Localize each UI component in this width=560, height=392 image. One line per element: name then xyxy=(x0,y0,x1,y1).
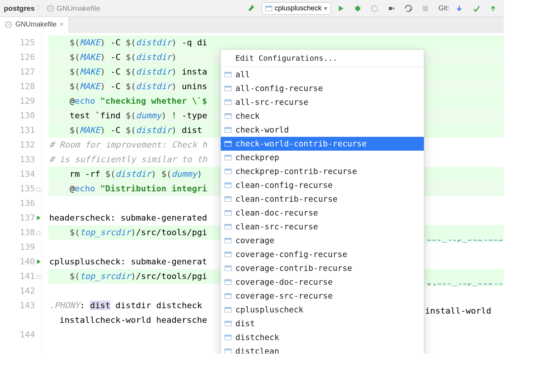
line-gutter: 1251261271281291301311321331341351361371… xyxy=(0,33,42,354)
config-item-label: dist xyxy=(235,319,255,328)
line-number: 135 xyxy=(0,181,35,196)
config-item-coverage-config-recurse[interactable]: coverage-config-recurse xyxy=(221,247,424,261)
svg-rect-3 xyxy=(389,7,392,10)
config-icon xyxy=(225,266,232,271)
config-item-label: coverage-doc-recurse xyxy=(235,277,333,287)
svg-rect-4 xyxy=(423,6,428,11)
config-item-distclean[interactable]: distclean xyxy=(221,344,424,354)
config-icon xyxy=(265,6,272,11)
run-with-icon[interactable] xyxy=(402,2,415,15)
config-item-label: check-world xyxy=(235,125,289,135)
chevron-down-icon: ▾ xyxy=(324,4,327,13)
run-icon[interactable] xyxy=(334,2,348,15)
config-item-checkprep[interactable]: checkprep xyxy=(221,151,424,164)
config-item-clean-doc-recurse[interactable]: clean-doc-recurse xyxy=(221,206,424,220)
config-icon xyxy=(225,127,232,133)
config-item-label: coverage xyxy=(235,236,274,245)
config-item-all[interactable]: all xyxy=(221,68,424,81)
config-item-coverage[interactable]: coverage xyxy=(221,234,424,247)
config-item-label: coverage-config-recurse xyxy=(235,250,347,259)
debug-icon[interactable] xyxy=(351,2,365,15)
config-item-all-src-recurse[interactable]: all-src-recurse xyxy=(221,95,424,109)
line-number: 138 xyxy=(0,225,35,240)
config-item-clean-contrib-recurse[interactable]: clean-contrib-recurse xyxy=(221,192,424,206)
config-item-distcheck[interactable]: distcheck xyxy=(221,331,424,344)
config-item-label: check-world-contrib-recurse xyxy=(235,139,367,148)
config-item-label: all xyxy=(235,70,250,79)
line-number xyxy=(0,313,35,327)
code-line[interactable]: $(MAKE) -C $(distdir) -q di xyxy=(48,35,504,50)
config-item-label: check xyxy=(235,111,260,121)
build-hammer-icon[interactable] xyxy=(245,2,259,15)
config-item-clean-config-recurse[interactable]: clean-config-recurse xyxy=(221,178,424,192)
config-icon xyxy=(225,321,232,326)
config-icon xyxy=(225,183,232,188)
line-number: 133 xyxy=(0,152,35,167)
config-icon xyxy=(225,279,232,285)
config-icon xyxy=(225,349,232,354)
code-editor[interactable]: 1251261271281291301311321331341351361371… xyxy=(0,33,504,354)
config-item-label: clean-config-recurse xyxy=(235,181,333,190)
editor-tabs: GNUmakefile × xyxy=(0,17,504,33)
config-icon xyxy=(225,307,232,312)
close-icon[interactable]: × xyxy=(60,20,64,28)
line-number: 141 xyxy=(0,269,35,284)
config-icon xyxy=(225,196,232,202)
config-item-checkprep-contrib-recurse[interactable]: checkprep-contrib-recurse xyxy=(221,164,424,178)
config-item-label: coverage-contrib-recurse xyxy=(235,264,352,273)
line-number: 132 xyxy=(0,138,35,152)
config-icon xyxy=(225,86,232,91)
config-icon xyxy=(225,210,232,216)
config-icon xyxy=(225,335,232,340)
config-icon xyxy=(225,155,232,160)
tab-gnumakefile[interactable]: GNUmakefile × xyxy=(0,17,69,33)
config-item-label: clean-doc-recurse xyxy=(235,208,318,218)
config-dropdown: Edit Configurations... allall-config-rec… xyxy=(220,49,424,354)
config-icon xyxy=(225,169,232,174)
breadcrumb-file[interactable]: GNUmakefile xyxy=(57,4,100,13)
config-item-label: distclean xyxy=(235,347,279,354)
line-number: 137 xyxy=(0,211,35,225)
config-item-label: clean-src-recurse xyxy=(235,222,318,231)
line-number: 129 xyxy=(0,94,35,108)
config-item-label: cpluspluscheck xyxy=(235,305,303,314)
config-item-check-world[interactable]: check-world xyxy=(221,123,424,137)
edit-configurations[interactable]: Edit Configurations... xyxy=(221,50,424,66)
line-number: 143 xyxy=(0,298,35,313)
git-commit-icon[interactable] xyxy=(469,2,483,15)
config-item-label: all-src-recurse xyxy=(235,98,308,107)
config-icon xyxy=(225,100,232,105)
coverage-icon[interactable] xyxy=(368,2,382,15)
config-item-check-world-contrib-recurse[interactable]: check-world-contrib-recurse xyxy=(221,137,424,151)
config-icon xyxy=(225,72,232,77)
svg-point-2 xyxy=(355,6,360,11)
line-number: 128 xyxy=(0,79,35,94)
git-label: Git: xyxy=(438,4,449,12)
config-icon xyxy=(225,141,232,146)
config-item-coverage-src-recurse[interactable]: coverage-src-recurse xyxy=(221,289,424,303)
stop-icon[interactable] xyxy=(418,2,432,15)
config-item-clean-src-recurse[interactable]: clean-src-recurse xyxy=(221,220,424,234)
line-number: 142 xyxy=(0,284,35,298)
git-update-icon[interactable] xyxy=(452,2,466,15)
config-item-label: checkprep xyxy=(235,153,279,162)
config-item-coverage-contrib-recurse[interactable]: coverage-contrib-recurse xyxy=(221,261,424,275)
config-icon xyxy=(225,224,232,229)
config-item-cpluspluscheck[interactable]: cpluspluscheck xyxy=(221,303,424,317)
line-number: 126 xyxy=(0,50,35,65)
breadcrumb-separator: 〉 xyxy=(37,3,44,13)
tab-title: GNUmakefile xyxy=(15,20,57,28)
config-item-all-config-recurse[interactable]: all-config-recurse xyxy=(221,81,424,95)
git-push-icon[interactable] xyxy=(486,2,500,15)
run-config-selector[interactable]: cpluspluscheck ▾ xyxy=(262,2,331,15)
config-item-check[interactable]: check xyxy=(221,109,424,123)
gnu-icon xyxy=(5,21,12,28)
config-item-dist[interactable]: dist xyxy=(221,317,424,331)
line-number: 134 xyxy=(0,167,35,181)
config-item-coverage-doc-recurse[interactable]: coverage-doc-recurse xyxy=(221,275,424,289)
config-item-label: all-config-recurse xyxy=(235,84,323,93)
profile-icon[interactable] xyxy=(385,2,398,15)
config-item-label: distcheck xyxy=(235,333,279,342)
separator xyxy=(221,66,424,67)
breadcrumb-project[interactable]: postgres xyxy=(4,4,35,13)
